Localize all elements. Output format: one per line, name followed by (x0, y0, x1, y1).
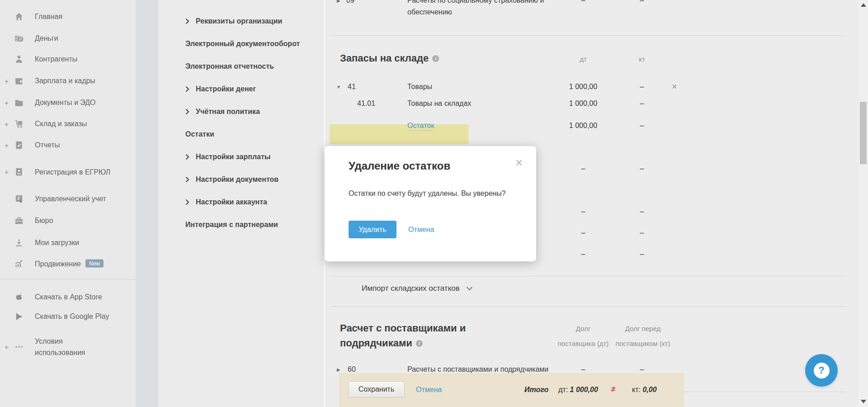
help-button[interactable]: ? (805, 354, 838, 387)
menu-item-partners[interactable]: Интеграция с партнерами (185, 217, 278, 232)
kt-value: – (614, 83, 670, 91)
scroll-down-arrow-icon[interactable] (861, 400, 866, 403)
sidebar-item-reports[interactable]: + Отчеты (0, 137, 136, 153)
sidebar-item-googleplay[interactable]: Скачать в Google Play (0, 309, 136, 324)
import-stock-balances[interactable]: Импорт складских остатков (362, 284, 473, 293)
chevron-right-icon (185, 176, 189, 183)
kt-value: – (614, 165, 670, 173)
account-code: 41.01 (357, 99, 375, 108)
sidebar-item-label: Условия использования (35, 336, 114, 358)
total-dt: дт: 1 000,00 (558, 386, 598, 394)
account-code: 60 (348, 365, 356, 374)
menu-item-label: Остатки (185, 130, 214, 138)
menu-item-salary-settings[interactable]: Настройки зарплаты (185, 149, 271, 165)
section-title-stock: Запасы на складеi (340, 52, 439, 64)
sidebar-item-promotion[interactable]: ПродвижениеNew (0, 256, 136, 271)
plus-icon[interactable]: + (5, 343, 9, 351)
dt-value: 1 000,00 (555, 122, 611, 130)
ellipsis-icon (14, 342, 24, 352)
plus-icon[interactable]: + (5, 168, 9, 176)
sidebar-item-label: Регистрация в ЕГРЮЛ (35, 166, 114, 178)
sidebar-item-label: Контрагенты (35, 55, 77, 63)
menu-item-label: Реквизиты организации (196, 17, 282, 25)
plus-icon[interactable]: + (5, 142, 9, 149)
menu-item-requisites[interactable]: Реквизиты организации (185, 14, 282, 29)
balance-link[interactable]: Остаток (407, 122, 434, 131)
plus-icon[interactable]: + (5, 77, 9, 85)
modal-cancel-link[interactable]: Отмена (408, 226, 434, 234)
info-icon[interactable]: i (432, 55, 439, 62)
menu-item-label: Электронная отчетность (185, 62, 274, 71)
sidebar-item-label: Зарплата и кадры (35, 77, 95, 85)
menu-item-money-settings[interactable]: Настройки денег (185, 81, 256, 97)
sidebar-item-terms[interactable]: + Условия использования (0, 336, 136, 358)
sidebar-item-label: Деньги (35, 34, 58, 43)
modal-delete-button[interactable]: Удалить (349, 221, 396, 238)
menu-item-document-settings[interactable]: Настройки документов (185, 172, 278, 187)
info-icon[interactable]: i (416, 340, 423, 347)
sidebar-item-management[interactable]: ₽ Управленческий учет (0, 191, 136, 207)
section-title-suppliers-line1: Расчет с поставщиками и (340, 322, 466, 334)
cart-icon (14, 119, 24, 129)
menu-item-account-settings[interactable]: Настройки аккаунта (185, 194, 267, 210)
delete-balances-modal: Удаление остатков × Остатки по счету буд… (325, 146, 536, 261)
scrollbar-thumb[interactable] (860, 102, 867, 164)
kt-value: – (614, 99, 670, 108)
dt-value: – (555, 165, 611, 173)
sidebar-item-label: Мои загрузки (35, 239, 79, 247)
sidebar-item-warehouse[interactable]: + Склад и заказы (0, 116, 136, 132)
save-button[interactable]: Сохранить (348, 381, 405, 398)
menu-item-balances[interactable]: Остатки (185, 127, 214, 142)
chevron-right-icon (185, 109, 189, 115)
sidebar-item-salary[interactable]: + Зарплата и кадры (0, 73, 136, 89)
active-menu-highlight (330, 124, 468, 144)
menu-item-ereporting[interactable]: Электронная отчетность (185, 59, 274, 74)
home-icon (14, 12, 24, 22)
sidebar-item-downloads[interactable]: Мои загрузки (0, 235, 136, 251)
app-root: Главная ₽ Деньги Контрагенты + Зарплата … (0, 0, 868, 407)
scroll-up-arrow-icon[interactable] (861, 3, 866, 7)
menu-item-accounting-policy[interactable]: Учётная политика (185, 104, 260, 119)
menu-item-label: Учётная политика (196, 108, 260, 116)
briefcase-icon (14, 216, 24, 226)
report-check-icon (14, 140, 24, 150)
modal-close-icon[interactable]: × (515, 157, 523, 169)
promotion-chart-icon (14, 259, 24, 269)
svg-text:₽: ₽ (19, 37, 22, 42)
sidebar-item-contractors[interactable]: Контрагенты (0, 52, 136, 67)
sidebar-item-label: Склад и заказы (35, 120, 87, 128)
sidebar-item-appstore[interactable]: Скачать в App Store (0, 289, 136, 305)
sidebar-item-label: Бюро (35, 217, 53, 225)
kt-value: – (614, 0, 670, 5)
main-sidebar: Главная ₽ Деньги Контрагенты + Зарплата … (0, 0, 136, 407)
scrollbar-track[interactable] (859, 0, 868, 407)
footer-cancel-link[interactable]: Отмена (416, 386, 442, 394)
delete-row-icon[interactable]: × (672, 82, 677, 91)
modal-message: Остатки по счету будут удалены. Вы увере… (349, 189, 506, 198)
account-name: Товары на складах (407, 99, 471, 108)
expand-triangle-icon[interactable]: ▶ (337, 367, 340, 372)
expand-triangle-icon[interactable]: ▶ (337, 0, 340, 3)
kt-value: – (614, 365, 670, 374)
column-header-kt: кт (614, 55, 670, 63)
sidebar-item-documents[interactable]: + Документы и ЭДО (0, 95, 136, 110)
menu-item-label: Настройки документов (196, 175, 278, 184)
menu-item-label: Настройки денег (196, 85, 256, 93)
account-name-line2: обеспечению (407, 8, 452, 16)
account-name: Расчеты по социальному страхованию и (407, 0, 544, 5)
collapse-triangle-icon[interactable]: ▼ (336, 85, 341, 90)
section-divider (330, 306, 847, 307)
sidebar-item-bureau[interactable]: Бюро (0, 213, 136, 228)
sidebar-item-label: Документы и ЭДО (35, 99, 96, 107)
sidebar-item-home[interactable]: Главная (0, 9, 136, 24)
plus-icon[interactable]: + (5, 99, 9, 107)
chevron-down-icon (466, 286, 473, 291)
chevron-right-icon (185, 86, 189, 92)
menu-item-label: Настройки зарплаты (196, 153, 271, 161)
money-icon: ₽ (14, 33, 24, 43)
menu-item-edo[interactable]: Электронный документооборот (185, 36, 300, 52)
sidebar-item-money[interactable]: ₽ Деньги (0, 31, 136, 46)
account-name: Расчеты с поставщиками и подрядчиками (407, 365, 548, 374)
plus-icon[interactable]: + (5, 120, 9, 128)
sidebar-item-egrul[interactable]: + Регистрация в ЕГРЮЛ (0, 159, 136, 185)
